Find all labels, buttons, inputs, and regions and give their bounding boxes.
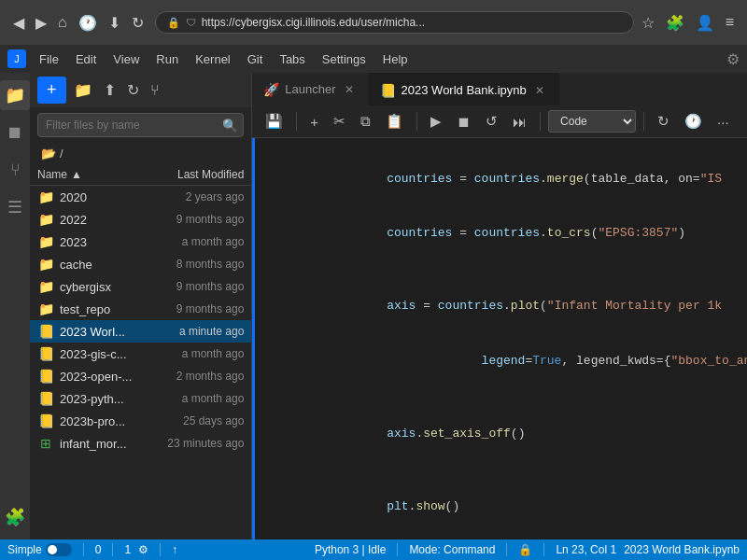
add-cell-button[interactable]: + [304, 110, 324, 133]
notebook-content: countries = countries.merge(table_data, … [252, 138, 747, 539]
git-button[interactable]: ⑂ [147, 78, 163, 103]
file-name: cache [60, 258, 132, 272]
file-list-header: Name ▲ Last Modified [30, 164, 251, 186]
home-button[interactable]: ⌂ [54, 10, 71, 35]
list-item[interactable]: 📒 2023-open-... 2 months ago [30, 365, 251, 387]
list-item[interactable]: 📁 2020 2 years ago [30, 186, 251, 208]
notebook-tab-icon: 📒 [380, 83, 396, 98]
menu-run[interactable]: Run [148, 49, 186, 69]
menu-tabs[interactable]: Tabs [272, 49, 312, 69]
file-date: 23 minutes ago [132, 437, 244, 450]
restart-button[interactable]: ↺ [480, 109, 503, 133]
refresh-button[interactable]: ↻ [128, 10, 148, 35]
folder-icon: 📁 [37, 233, 54, 250]
new-folder-button[interactable]: 📁 [70, 77, 96, 103]
search-icon-button[interactable]: 🔍 [222, 119, 238, 133]
code-line-1: countries = countries.merge(table_data, … [270, 151, 747, 206]
stop-button[interactable]: ⏹ [451, 110, 476, 133]
code-cell[interactable]: countries = countries.merge(table_data, … [255, 146, 747, 539]
settings-status-icon[interactable]: ⚙ [138, 543, 148, 556]
kernel-status[interactable]: Python 3 | Idle [315, 543, 387, 556]
tab-launcher-close[interactable]: ✕ [342, 82, 357, 97]
list-item-active[interactable]: 📒 2023 Worl... a minute ago [30, 320, 251, 343]
list-item[interactable]: 📒 2023b-pro... 25 days ago [30, 410, 251, 432]
more-button[interactable]: ··· [712, 110, 735, 133]
file-date: 9 months ago [132, 280, 244, 293]
file-date: a month ago [132, 392, 244, 405]
activity-git[interactable]: ⑂ [0, 155, 30, 185]
activity-extensions[interactable]: 🧩 [0, 502, 30, 532]
menu-file[interactable]: File [32, 49, 66, 69]
copy-button[interactable]: ⧉ [355, 109, 376, 133]
run-all-button[interactable]: ⏭ [507, 110, 532, 133]
upload-button[interactable]: ⬆ [100, 77, 120, 103]
browser-chrome: ◀ ▶ ⌂ 🕐 ⬇ ↻ 🔒 🛡 https://cybergisx.cigi.i… [0, 0, 747, 45]
menu-git[interactable]: Git [240, 49, 271, 69]
tab-notebook-close[interactable]: ✕ [532, 83, 547, 98]
breadcrumb-path: / [60, 147, 63, 161]
menu-kernel[interactable]: Kernel [188, 49, 238, 69]
notebook-name-status: 2023 World Bank.ipynb [624, 543, 740, 556]
clock-button[interactable]: 🕐 [679, 109, 708, 133]
code-line-7: axis.set_axis_off() [270, 406, 747, 461]
shield-icon: 🛡 [186, 17, 196, 28]
activity-running[interactable]: ⏹ [0, 118, 30, 147]
col-modified-header[interactable]: Last Modified [132, 168, 244, 181]
notebook-icon: 📒 [37, 413, 54, 429]
refresh-sidebar-button[interactable]: ↻ [123, 77, 143, 103]
mode-toggle[interactable] [46, 543, 72, 556]
extensions-icon[interactable]: 🧩 [0, 502, 30, 532]
menu-button[interactable]: ≡ [722, 10, 738, 35]
activity-files[interactable]: 📁 [0, 80, 30, 110]
bookmark-button[interactable]: ☆ [641, 14, 655, 32]
cursor-position: Ln 23, Col 1 [556, 543, 616, 556]
settings-icon-right[interactable]: ⚙ [726, 50, 740, 68]
main-area: 📁 ⏹ ⑂ ☰ 🧩 + 📁 ⬆ ↻ ⑂ 🔍 [0, 73, 747, 539]
folder-icon: 📁 [37, 278, 54, 295]
tab-launcher[interactable]: 🚀 Launcher ✕ [252, 73, 368, 105]
status-sep-4 [397, 543, 398, 556]
file-name: 2023 [60, 235, 132, 249]
paste-button[interactable]: 📋 [380, 109, 409, 133]
cell-type-select[interactable]: Code Markdown Raw [548, 110, 636, 133]
lock-icon: 🔒 [167, 17, 180, 29]
list-item[interactable]: ⊞ infant_mor... 23 minutes ago [30, 432, 251, 455]
tab-notebook[interactable]: 📒 2023 World Bank.ipynb ✕ [369, 73, 559, 105]
notebook-icon: 📒 [37, 368, 54, 385]
arrow-status-icon[interactable]: ↑ [172, 543, 177, 556]
run-button[interactable]: ▶ [425, 109, 447, 133]
list-item[interactable]: 📁 test_repo 9 months ago [30, 298, 251, 320]
new-file-button[interactable]: + [37, 77, 66, 104]
mode-section: Simple [7, 543, 72, 556]
activity-commands[interactable]: ☰ [0, 192, 30, 222]
file-name: test_repo [60, 302, 132, 316]
search-input[interactable] [37, 113, 244, 137]
refresh-kernel-button[interactable]: ↻ [652, 109, 675, 133]
list-item[interactable]: 📁 cache 8 months ago [30, 253, 251, 275]
list-item[interactable]: 📒 2023-pyth... a month ago [30, 387, 251, 410]
profile-button[interactable]: 👤 [692, 10, 718, 35]
address-bar[interactable]: 🔒 🛡 https://cybergisx.cigi.illinois.edu/… [155, 11, 634, 34]
list-item[interactable]: 📁 2022 9 months ago [30, 208, 251, 231]
list-item[interactable]: 📒 2023-gis-c... a month ago [30, 343, 251, 365]
history-button[interactable]: 🕐 [75, 10, 101, 35]
list-item[interactable]: 📁 2023 a month ago [30, 231, 251, 253]
separator-4 [643, 112, 644, 131]
menu-settings[interactable]: Settings [315, 49, 374, 69]
url-text: https://cybergisx.cigi.illinois.edu/user… [202, 16, 622, 29]
extensions-button[interactable]: 🧩 [662, 10, 688, 35]
app-container: J File Edit View Run Kernel Git Tabs Set… [0, 45, 747, 560]
forward-button[interactable]: ▶ [32, 10, 50, 35]
save-button[interactable]: 💾 [260, 109, 289, 133]
col-name-header[interactable]: Name ▲ [37, 168, 132, 181]
menu-help[interactable]: Help [375, 49, 416, 69]
back-button[interactable]: ◀ [9, 10, 28, 35]
list-item[interactable]: 📁 cybergisx 9 months ago [30, 275, 251, 298]
status-right: Python 3 | Idle Mode: Command 🔒 Ln 23, C… [315, 543, 740, 556]
menu-edit[interactable]: Edit [68, 49, 104, 69]
folder-icon: 📁 [37, 189, 54, 205]
code-line-3 [270, 260, 747, 279]
download-button[interactable]: ⬇ [105, 10, 124, 35]
cut-button[interactable]: ✂ [328, 109, 351, 133]
menu-view[interactable]: View [106, 49, 147, 69]
